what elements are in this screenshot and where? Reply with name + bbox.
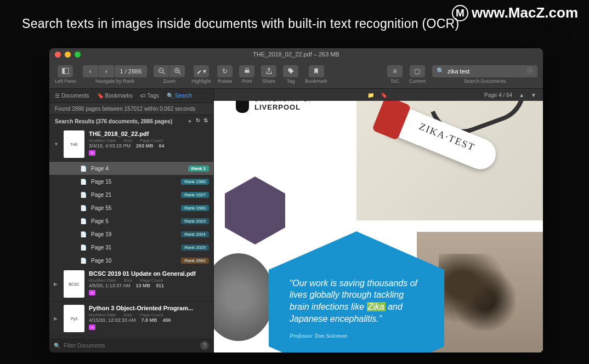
document-title: Python 3 Object-Oriented Program... [89, 305, 209, 311]
document-title: BCSC 2019 01 Update on General.pdf [89, 270, 209, 277]
page-icon: 📄 [80, 166, 87, 172]
page-result-row[interactable]: 📄 Page 15 Rank 1580 [49, 175, 213, 188]
search-field[interactable]: 🔍 ⓧ [432, 65, 537, 77]
current-label: Current [409, 78, 426, 84]
rank-badge: Rank 1627 [181, 192, 209, 198]
document-thumbnail: BCSC [64, 270, 84, 298]
page-icon: 📄 [80, 231, 87, 237]
tab-tags[interactable]: 🏷 Tags [140, 93, 159, 99]
bookmark-label: Bookmark [305, 78, 327, 84]
rank-badge: Rank 1660 [181, 205, 209, 211]
viewer-infobar: Found 2886 pages between 157012 within 0… [214, 89, 543, 101]
page-label: Page 31 [91, 244, 111, 251]
page-label: Page 19 [91, 231, 111, 237]
disclosure-icon[interactable]: ▶ [54, 305, 59, 332]
nav-prev-button[interactable]: ‹ [83, 65, 98, 77]
print-label: Print [242, 78, 252, 84]
disclosure-icon[interactable]: ▼ [54, 130, 59, 158]
folder-icon[interactable]: 📁 [367, 92, 374, 98]
current-button[interactable]: ▢ [410, 65, 425, 77]
tab-search[interactable]: 🔍 Search [167, 93, 192, 99]
tab-documents[interactable]: ☰ Documents [55, 93, 89, 99]
clear-search-icon[interactable]: ⓧ [526, 66, 533, 76]
page-result-row[interactable]: 📄 Page 55 Rank 1660 [49, 201, 213, 214]
document-item[interactable]: ▼ THE THE_2018_02_22.pdf Modified DateSi… [49, 127, 213, 162]
feature-banner: Search texts in images inside documents … [22, 16, 567, 31]
page-up-icon[interactable]: ▲ [519, 92, 524, 98]
search-highlight: Zika [367, 302, 386, 311]
fullscreen-icon[interactable] [75, 52, 81, 58]
close-icon[interactable] [55, 52, 61, 58]
search-results-list[interactable]: ▼ THE THE_2018_02_22.pdf Modified DateSi… [49, 127, 213, 338]
tube-label: ZIKA·TEST [417, 121, 477, 153]
rotate-button[interactable]: ↻ [217, 65, 233, 77]
page-indicator: Page 4 / 64 [484, 92, 512, 98]
page-result-row[interactable]: 📄 Page 4 Rank 1 [49, 162, 213, 175]
document-item[interactable]: ▶ BCSC BCSC 2019 01 Update on General.pd… [49, 267, 213, 302]
document-item[interactable]: ▶ Py3 Python 3 Object-Oriented Program..… [49, 302, 213, 336]
tab-bookmarks[interactable]: 🔖 Bookmarks [97, 93, 133, 99]
sidebar: ☰ Documents 🔖 Bookmarks 🏷 Tags 🔍 Search … [49, 89, 214, 352]
page-icon: 📄 [80, 192, 87, 198]
tag-badge-icon: + [89, 150, 95, 156]
zoom-label: Zoom [163, 78, 175, 84]
print-button[interactable] [239, 65, 254, 77]
zoom-in-button[interactable] [169, 65, 185, 77]
search-label: Search Documents [464, 78, 506, 84]
help-icon[interactable]: ? [200, 341, 209, 350]
rank-badge: Rank 1580 [181, 179, 209, 185]
page-result-row[interactable]: 📄 Page 10 Rank 2692 [49, 254, 213, 267]
left-pane-label: Left Pane [55, 78, 76, 84]
disclosure-icon[interactable]: ▶ [54, 270, 59, 298]
toolbar: Left Pane ‹ › 1 / 2886 Navigate by Rank … [49, 60, 543, 89]
rank-badge: Rank 2025 [181, 244, 209, 251]
filter-bar: 🔍 ? [49, 338, 213, 352]
document-tag[interactable]: + [89, 325, 209, 330]
tag-badge-icon: + [89, 325, 95, 330]
page-result-row[interactable]: 📄 Page 19 Rank 2024 [49, 228, 213, 241]
titlebar: THE_2018_02_22.pdf – 263 MB [49, 48, 543, 60]
page-result-row[interactable]: 📄 Page 21 Rank 1627 [49, 188, 213, 201]
page-icon: 📄 [80, 244, 87, 251]
highlight-label: Highlight [191, 78, 211, 84]
page-label: Page 4 [91, 166, 109, 172]
page-label: Page 21 [91, 192, 111, 198]
filter-search-icon: 🔍 [54, 343, 60, 349]
search-results-header: Search Results (376 documents, 2886 page… [49, 115, 213, 127]
minimize-icon[interactable] [65, 52, 71, 58]
bookmark-small-icon[interactable]: 🔖 [381, 92, 387, 98]
rotate-label: Rotate [218, 78, 233, 84]
page-icon: 📄 [80, 205, 87, 211]
refresh-icon[interactable]: ↻ [196, 117, 200, 125]
document-tag[interactable]: + [89, 150, 209, 156]
page-down-icon[interactable]: ▼ [531, 92, 536, 98]
bookmark-button[interactable] [309, 65, 324, 77]
cell-hexagon-graphic [225, 177, 285, 244]
document-thumbnail: Py3 [64, 305, 84, 332]
share-button[interactable] [261, 65, 276, 77]
window-title: THE_2018_02_22.pdf – 263 MB [49, 51, 543, 58]
tag-button[interactable] [283, 65, 298, 77]
page-result-row[interactable]: 📄 Page 5 Rank 2023 [49, 214, 213, 228]
toc-label: ToC [390, 78, 399, 84]
document-tag[interactable]: + [89, 290, 209, 295]
nav-next-button[interactable]: › [99, 65, 114, 77]
toc-button[interactable]: ≡ [387, 65, 403, 77]
search-icon: 🔍 [437, 67, 444, 75]
left-pane-button[interactable] [58, 65, 73, 77]
page-label: Page 10 [91, 258, 111, 264]
document-viewer[interactable]: ZIKA·TEST UNIVERSITY OF LIVERPOOL “Our w… [214, 89, 543, 352]
nav-counter: 1 / 2886 [115, 65, 148, 77]
search-status-bar: Found 2886 pages between 157012 within 0… [49, 103, 213, 115]
brain-scan-graphic [214, 253, 274, 341]
traffic-lights [55, 52, 81, 58]
page-icon: 📄 [80, 258, 87, 264]
highlight-button[interactable]: ▾ [194, 65, 209, 77]
page-label: Page 5 [91, 218, 109, 224]
search-input[interactable] [448, 68, 523, 75]
filter-input[interactable] [64, 343, 197, 349]
page-result-row[interactable]: 📄 Page 31 Rank 2025 [49, 241, 213, 254]
filter-icon[interactable]: ⇅ [203, 117, 208, 125]
zoom-out-button[interactable] [154, 65, 169, 77]
add-icon[interactable]: ＋ [187, 117, 192, 125]
